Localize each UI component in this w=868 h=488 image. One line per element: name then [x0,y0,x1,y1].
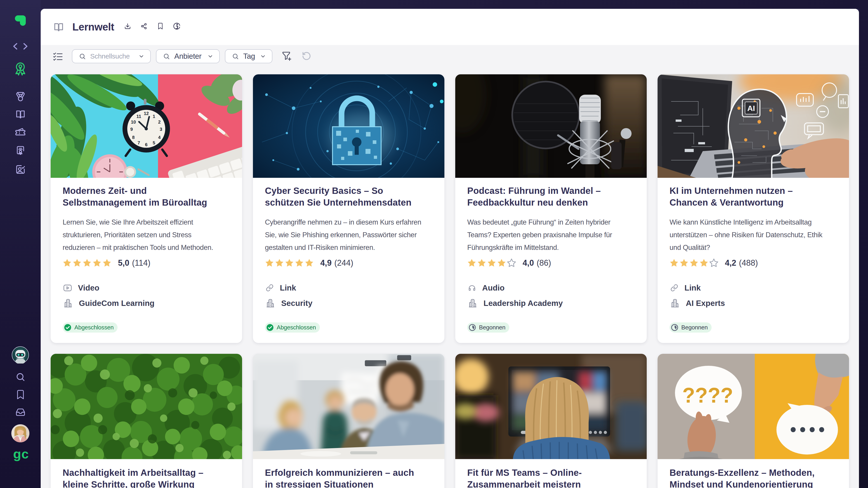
svg-text:9: 9 [130,127,133,132]
svg-text:6: 6 [145,142,147,147]
svg-text:5: 5 [153,140,155,145]
svg-text:7: 7 [137,140,140,145]
svg-text:4: 4 [158,135,161,140]
svg-text:3: 3 [160,127,162,132]
svg-text:11: 11 [136,114,141,119]
svg-text:1: 1 [153,114,155,119]
svg-text:AI: AI [747,104,755,112]
svg-text:12: 12 [144,111,149,116]
svg-text:10: 10 [131,120,136,125]
svg-text:2: 2 [158,120,160,125]
svg-text:8: 8 [132,135,134,140]
svg-text:????: ???? [682,383,733,407]
